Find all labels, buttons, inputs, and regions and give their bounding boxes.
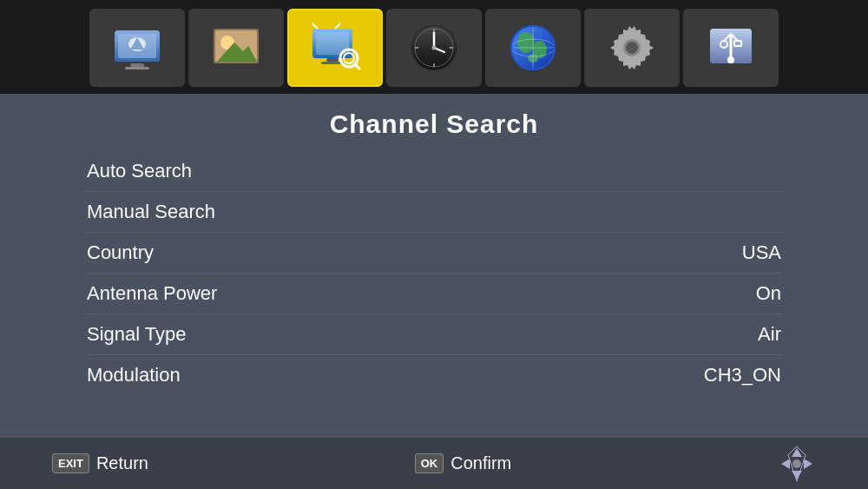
page-title: Channel Search — [330, 109, 539, 138]
ok-badge: OK — [415, 453, 444, 473]
menu-value-signal-type: Air — [758, 323, 781, 346]
svg-point-27 — [432, 46, 437, 50]
menu-label-manual-search: Manual Search — [87, 201, 215, 223]
svg-rect-17 — [326, 58, 339, 62]
menu-value-modulation: CH3_ON — [704, 364, 781, 387]
nav-item-tv[interactable] — [89, 9, 185, 87]
menu-row-country[interactable]: Country USA — [87, 233, 781, 274]
svg-point-42 — [626, 42, 638, 54]
menu-row-manual-search[interactable]: Manual Search — [87, 192, 781, 233]
nav-item-media[interactable] — [188, 9, 284, 87]
menu-row-antenna-power[interactable]: Antenna Power On — [87, 274, 781, 314]
menu-value-country: USA — [742, 241, 781, 264]
menu-value-antenna-power: On — [756, 282, 781, 305]
nav-item-clock[interactable] — [386, 9, 482, 87]
menu-list: Auto Search Manual Search Country USA An… — [0, 151, 868, 437]
svg-rect-3 — [130, 63, 144, 67]
page-title-bar: Channel Search — [0, 94, 868, 151]
exit-label: Return — [96, 453, 148, 473]
nav-item-channel-search[interactable] — [287, 9, 383, 87]
svg-marker-53 — [792, 471, 802, 479]
svg-line-21 — [355, 64, 359, 69]
top-nav — [0, 0, 868, 94]
svg-point-50 — [727, 56, 734, 63]
menu-label-modulation: Modulation — [87, 364, 181, 387]
menu-label-auto-search: Auto Search — [87, 160, 192, 182]
main-content: Channel Search Auto Search Manual Search… — [0, 94, 868, 437]
svg-line-16 — [335, 23, 340, 29]
svg-marker-54 — [781, 459, 790, 469]
ok-label: Confirm — [450, 453, 511, 473]
svg-point-56 — [792, 459, 801, 468]
exit-badge: EXIT — [52, 453, 89, 473]
menu-label-antenna-power: Antenna Power — [87, 282, 217, 305]
nav-item-settings[interactable] — [584, 9, 680, 87]
exit-section: EXIT Return — [52, 453, 148, 473]
menu-row-modulation[interactable]: Modulation CH3_ON — [87, 355, 781, 395]
menu-label-signal-type: Signal Type — [87, 323, 187, 346]
menu-row-signal-type[interactable]: Signal Type Air — [87, 314, 781, 355]
svg-line-15 — [312, 23, 318, 29]
nav-item-internet[interactable] — [485, 9, 581, 87]
nav-item-usb[interactable] — [683, 9, 779, 87]
bottom-bar: EXIT Return OK Confirm — [0, 437, 868, 489]
confirm-section: OK Confirm — [415, 453, 512, 473]
nav-cross[interactable] — [778, 445, 816, 483]
svg-rect-4 — [125, 67, 149, 69]
svg-point-34 — [517, 32, 535, 53]
svg-marker-55 — [804, 459, 812, 469]
menu-row-auto-search[interactable]: Auto Search — [87, 151, 781, 192]
menu-label-country: Country — [87, 241, 154, 264]
